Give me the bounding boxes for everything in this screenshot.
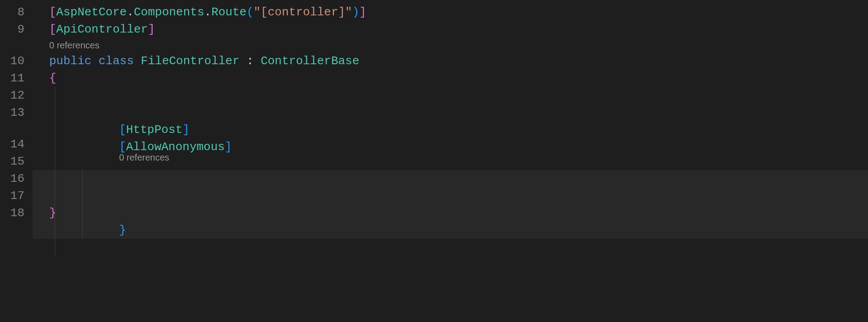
- class-name: FileController: [141, 54, 239, 68]
- codelens-row: 0 references: [0, 38, 868, 52]
- attr-namespace: AspNetCore: [56, 5, 127, 19]
- line-number: 16: [0, 170, 33, 187]
- code-line[interactable]: 9 [ApiController]: [0, 21, 868, 38]
- code-content[interactable]: public class FileController : Controller…: [33, 52, 868, 70]
- bracket-open: [: [49, 23, 56, 36]
- code-line[interactable]: 17 }: [0, 187, 868, 204]
- code-line[interactable]: 8 [AspNetCore.Components.Route("[control…: [0, 4, 868, 21]
- brace-close: }: [49, 206, 56, 220]
- line-number: 18: [0, 204, 33, 222]
- code-line[interactable]: 13 [AllowAnonymous]: [0, 104, 868, 121]
- brace-close: }: [119, 223, 126, 237]
- code-line-current[interactable]: 16: [0, 170, 868, 187]
- line-number: 11: [0, 70, 33, 87]
- codelens-row: 0 references: [0, 121, 868, 136]
- line-number: 12: [0, 87, 33, 104]
- paren-open: (: [247, 5, 254, 19]
- line-number: 13: [0, 104, 33, 121]
- code-line[interactable]: 15 {: [0, 153, 868, 170]
- code-content[interactable]: }: [33, 204, 868, 222]
- code-line[interactable]: 10 public class FileController : Control…: [0, 52, 868, 70]
- keyword-public: public: [49, 54, 92, 68]
- code-content[interactable]: {: [33, 70, 868, 87]
- string-literal: "[controller]": [254, 5, 352, 19]
- colon: :: [247, 54, 254, 68]
- line-number: 10: [0, 52, 33, 70]
- bracket-close: ]: [359, 5, 367, 19]
- line-number: 14: [0, 136, 33, 153]
- code-content[interactable]: [ApiController]: [33, 21, 868, 38]
- code-line[interactable]: 12 [HttpPost]: [0, 87, 868, 104]
- code-line[interactable]: 14 public IActionResult Upload (FileView…: [0, 136, 868, 153]
- codelens-references[interactable]: 0 references: [49, 40, 99, 50]
- attr-name: ApiController: [56, 23, 148, 36]
- paren-close: ): [352, 5, 359, 19]
- code-line[interactable]: 11 {: [0, 70, 868, 87]
- base-class: ControllerBase: [261, 54, 359, 68]
- line-number: 15: [0, 153, 33, 170]
- line-number: 8: [0, 4, 33, 21]
- line-number: 9: [0, 21, 33, 38]
- bracket-open: [: [49, 5, 56, 19]
- code-content[interactable]: }: [33, 187, 868, 256]
- attr-namespace: Components: [134, 5, 204, 19]
- keyword-class: class: [98, 54, 134, 68]
- code-line[interactable]: 18 }: [0, 204, 868, 222]
- line-number: 17: [0, 187, 33, 204]
- brace-open: {: [49, 71, 56, 85]
- bracket-close: ]: [148, 23, 155, 36]
- attr-name: Route: [211, 5, 247, 19]
- code-editor[interactable]: 8 [AspNetCore.Components.Route("[control…: [0, 0, 868, 322]
- code-content[interactable]: [AspNetCore.Components.Route("[controlle…: [33, 4, 868, 21]
